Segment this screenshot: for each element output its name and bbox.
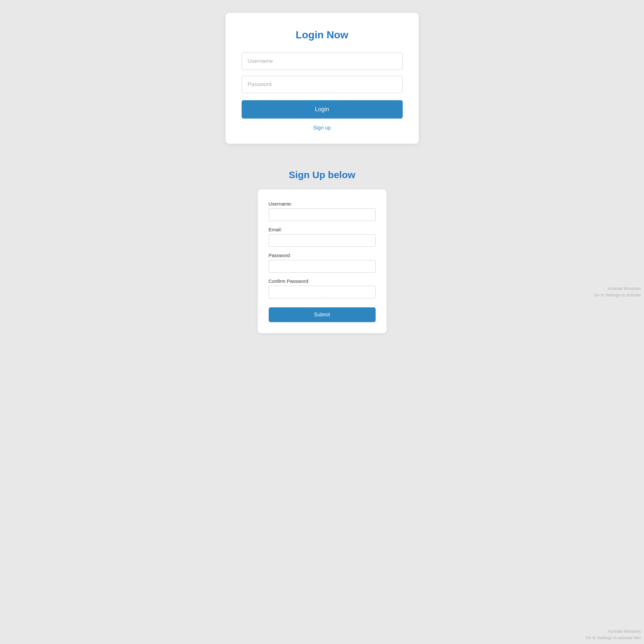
submit-button[interactable]: Submit <box>269 307 376 322</box>
signup-email-input[interactable] <box>269 234 376 247</box>
login-button[interactable]: Login <box>242 100 403 119</box>
activate-windows-watermark-2: Activate Windows Go to Settings to activ… <box>586 628 641 641</box>
login-card: Login Now Login Sign up <box>226 13 419 144</box>
password-input[interactable] <box>242 76 403 93</box>
page-wrapper: Login Now Login Sign up Sign Up below Us… <box>0 0 644 352</box>
signup-card: Username: Email: Password: Confirm Passw… <box>258 189 387 333</box>
signup-password-input[interactable] <box>269 260 376 273</box>
signup-section-title: Sign Up below <box>289 169 355 180</box>
signup-email-label: Email: <box>269 227 376 232</box>
signup-email-group: Email: <box>269 227 376 247</box>
signup-link[interactable]: Sign up <box>242 125 403 131</box>
signup-confirm-password-label: Confirm Password: <box>269 278 376 284</box>
signup-username-group: Username: <box>269 201 376 221</box>
signup-confirm-password-group: Confirm Password: <box>269 278 376 298</box>
signup-username-label: Username: <box>269 201 376 207</box>
username-input[interactable] <box>242 53 403 70</box>
login-title: Login Now <box>242 29 403 41</box>
signup-password-group: Password: <box>269 253 376 273</box>
signup-confirm-password-input[interactable] <box>269 286 376 298</box>
signup-password-label: Password: <box>269 253 376 258</box>
signup-username-input[interactable] <box>269 208 376 221</box>
